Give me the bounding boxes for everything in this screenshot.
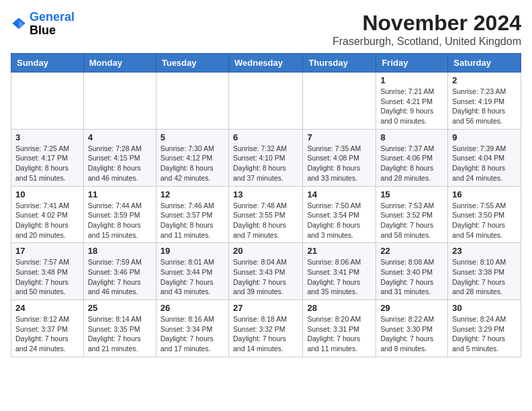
weekday-header: Sunday [11,54,84,73]
title-block: November 2024 Fraserburgh, Scotland, Uni… [332,11,521,48]
day-info: Sunrise: 8:12 AM Sunset: 3:37 PM Dayligh… [15,314,79,354]
day-number: 8 [380,132,443,142]
page-header: General Blue November 2024 Fraserburgh, … [11,11,521,48]
day-number: 6 [233,132,298,142]
day-info: Sunrise: 7:39 AM Sunset: 4:04 PM Dayligh… [452,144,517,183]
day-number: 27 [233,303,298,313]
calendar-cell: 24Sunrise: 8:12 AM Sunset: 3:37 PM Dayli… [11,300,84,357]
day-info: Sunrise: 7:21 AM Sunset: 4:21 PM Dayligh… [380,87,443,126]
calendar-cell: 12Sunrise: 7:46 AM Sunset: 3:57 PM Dayli… [156,186,228,243]
calendar-cell [11,73,84,130]
calendar-cell: 20Sunrise: 8:04 AM Sunset: 3:43 PM Dayli… [228,243,302,300]
calendar-cell: 19Sunrise: 8:01 AM Sunset: 3:44 PM Dayli… [156,243,228,300]
day-number: 12 [161,189,224,199]
day-info: Sunrise: 7:37 AM Sunset: 4:06 PM Dayligh… [380,144,443,183]
calendar-cell: 18Sunrise: 7:59 AM Sunset: 3:46 PM Dayli… [83,243,156,300]
day-info: Sunrise: 7:48 AM Sunset: 3:55 PM Dayligh… [233,201,298,240]
calendar-cell [228,73,302,130]
day-info: Sunrise: 7:53 AM Sunset: 3:52 PM Dayligh… [380,201,443,240]
day-number: 18 [88,246,152,256]
day-number: 10 [15,189,79,199]
day-info: Sunrise: 8:16 AM Sunset: 3:34 PM Dayligh… [161,314,224,354]
day-number: 22 [380,246,443,256]
calendar-cell: 2Sunrise: 7:23 AM Sunset: 4:19 PM Daylig… [448,73,521,130]
calendar-cell: 10Sunrise: 7:41 AM Sunset: 4:02 PM Dayli… [11,186,84,243]
calendar-cell: 25Sunrise: 8:14 AM Sunset: 3:35 PM Dayli… [83,300,156,357]
calendar-cell: 21Sunrise: 8:06 AM Sunset: 3:41 PM Dayli… [303,243,376,300]
day-info: Sunrise: 7:30 AM Sunset: 4:12 PM Dayligh… [161,144,224,183]
day-info: Sunrise: 7:55 AM Sunset: 3:50 PM Dayligh… [452,201,517,240]
day-info: Sunrise: 8:10 AM Sunset: 3:38 PM Dayligh… [452,257,517,297]
day-number: 13 [233,189,298,199]
day-info: Sunrise: 8:08 AM Sunset: 3:40 PM Dayligh… [380,257,443,297]
day-info: Sunrise: 7:44 AM Sunset: 3:59 PM Dayligh… [88,201,152,240]
day-info: Sunrise: 7:59 AM Sunset: 3:46 PM Dayligh… [88,257,152,297]
day-number: 21 [307,246,371,256]
calendar-cell [83,73,156,130]
calendar-table: SundayMondayTuesdayWednesdayThursdayFrid… [11,53,521,357]
calendar-week-row: 10Sunrise: 7:41 AM Sunset: 4:02 PM Dayli… [11,186,521,243]
calendar-cell: 14Sunrise: 7:50 AM Sunset: 3:54 PM Dayli… [303,186,376,243]
calendar-cell [303,73,376,130]
day-number: 25 [88,303,152,313]
weekday-header: Monday [83,54,156,73]
day-number: 4 [88,132,152,142]
day-info: Sunrise: 8:24 AM Sunset: 3:29 PM Dayligh… [452,314,517,354]
day-number: 30 [452,303,517,313]
location-subtitle: Fraserburgh, Scotland, United Kingdom [332,36,521,48]
day-number: 1 [380,75,443,85]
calendar-cell: 1Sunrise: 7:21 AM Sunset: 4:21 PM Daylig… [376,73,448,130]
calendar-cell: 8Sunrise: 7:37 AM Sunset: 4:06 PM Daylig… [376,129,448,186]
day-info: Sunrise: 7:32 AM Sunset: 4:10 PM Dayligh… [233,144,298,183]
month-year-title: November 2024 [332,11,521,36]
logo: General Blue [11,11,75,38]
calendar-cell: 22Sunrise: 8:08 AM Sunset: 3:40 PM Dayli… [376,243,448,300]
day-info: Sunrise: 7:41 AM Sunset: 4:02 PM Dayligh… [15,201,79,240]
day-info: Sunrise: 7:25 AM Sunset: 4:17 PM Dayligh… [15,144,79,183]
day-number: 26 [161,303,224,313]
day-info: Sunrise: 8:04 AM Sunset: 3:43 PM Dayligh… [233,257,298,297]
day-number: 20 [233,246,298,256]
calendar-cell: 6Sunrise: 7:32 AM Sunset: 4:10 PM Daylig… [228,129,302,186]
logo-text: General Blue [30,11,75,38]
day-info: Sunrise: 7:50 AM Sunset: 3:54 PM Dayligh… [307,201,371,240]
day-info: Sunrise: 7:28 AM Sunset: 4:15 PM Dayligh… [88,144,152,183]
weekday-header: Thursday [303,54,376,73]
calendar-week-row: 17Sunrise: 7:57 AM Sunset: 3:48 PM Dayli… [11,243,521,300]
weekday-header: Friday [376,54,448,73]
day-number: 14 [307,189,371,199]
day-number: 7 [307,132,371,142]
day-number: 28 [307,303,371,313]
calendar-cell: 15Sunrise: 7:53 AM Sunset: 3:52 PM Dayli… [376,186,448,243]
calendar-cell: 9Sunrise: 7:39 AM Sunset: 4:04 PM Daylig… [448,129,521,186]
calendar-cell: 5Sunrise: 7:30 AM Sunset: 4:12 PM Daylig… [156,129,228,186]
day-number: 15 [380,189,443,199]
day-number: 17 [15,246,79,256]
calendar-cell: 7Sunrise: 7:35 AM Sunset: 4:08 PM Daylig… [303,129,376,186]
calendar-cell [156,73,228,130]
day-info: Sunrise: 8:20 AM Sunset: 3:31 PM Dayligh… [307,314,371,354]
weekday-header: Saturday [448,54,521,73]
calendar-cell: 4Sunrise: 7:28 AM Sunset: 4:15 PM Daylig… [83,129,156,186]
day-number: 3 [15,132,79,142]
day-info: Sunrise: 7:23 AM Sunset: 4:19 PM Dayligh… [452,87,517,126]
day-number: 2 [452,75,517,85]
calendar-week-row: 3Sunrise: 7:25 AM Sunset: 4:17 PM Daylig… [11,129,521,186]
calendar-header-row: SundayMondayTuesdayWednesdayThursdayFrid… [11,54,521,73]
calendar-cell: 26Sunrise: 8:16 AM Sunset: 3:34 PM Dayli… [156,300,228,357]
weekday-header: Tuesday [156,54,228,73]
day-info: Sunrise: 7:57 AM Sunset: 3:48 PM Dayligh… [15,257,79,297]
day-number: 29 [380,303,443,313]
calendar-cell: 13Sunrise: 7:48 AM Sunset: 3:55 PM Dayli… [228,186,302,243]
calendar-cell: 16Sunrise: 7:55 AM Sunset: 3:50 PM Dayli… [448,186,521,243]
day-info: Sunrise: 8:01 AM Sunset: 3:44 PM Dayligh… [161,257,224,297]
calendar-cell: 23Sunrise: 8:10 AM Sunset: 3:38 PM Dayli… [448,243,521,300]
calendar-cell: 17Sunrise: 7:57 AM Sunset: 3:48 PM Dayli… [11,243,84,300]
calendar-week-row: 24Sunrise: 8:12 AM Sunset: 3:37 PM Dayli… [11,300,521,357]
day-info: Sunrise: 8:14 AM Sunset: 3:35 PM Dayligh… [88,314,152,354]
day-number: 5 [161,132,224,142]
day-number: 16 [452,189,517,199]
calendar-cell: 29Sunrise: 8:22 AM Sunset: 3:30 PM Dayli… [376,300,448,357]
day-number: 9 [452,132,517,142]
calendar-cell: 27Sunrise: 8:18 AM Sunset: 3:32 PM Dayli… [228,300,302,357]
